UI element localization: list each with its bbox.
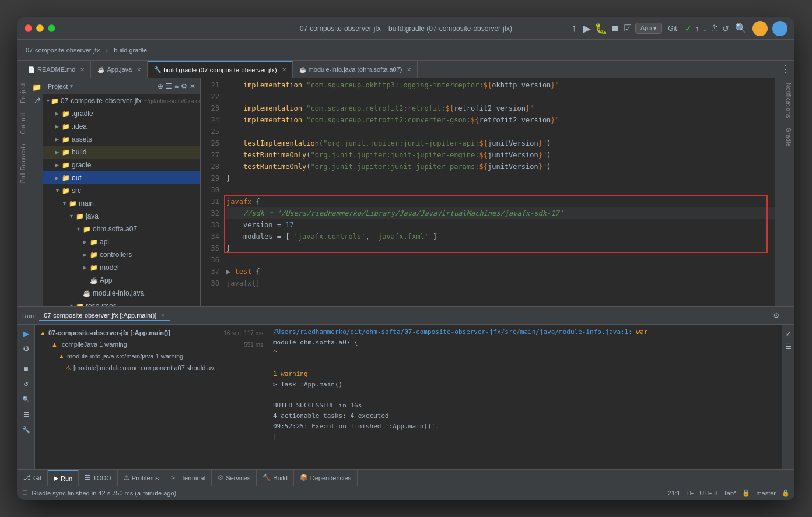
run-scroll-icon[interactable]: 🔍 — [20, 393, 33, 406]
btab-todo[interactable]: ☰ TODO — [79, 470, 118, 486]
git-commit-icon[interactable]: ✓ — [685, 24, 692, 33]
tree-root[interactable]: ▼ 📁 07-composite-observer-jfx ~/git/ohm-… — [43, 94, 200, 107]
run-tab-active[interactable]: 07-composite-observer-jfx [:App.main()] … — [39, 311, 170, 321]
btab-services[interactable]: ⚙ Services — [212, 470, 257, 486]
tree-close-icon[interactable]: ✕ — [190, 82, 195, 90]
tree-action-3[interactable]: ≡ — [174, 82, 178, 90]
tree-idea[interactable]: ▶ 📁 .idea — [43, 120, 200, 133]
tree-controllers-label: controllers — [100, 251, 132, 259]
tree-action-2[interactable]: ☰ — [166, 82, 172, 90]
run-tree-root[interactable]: ▲ 07-composite-observer-jfx [:App.main()… — [35, 327, 268, 339]
tree-resources[interactable]: ▼ 📁 resources — [43, 300, 200, 306]
btab-run[interactable]: ▶ Run — [48, 470, 79, 486]
help-avatar[interactable] — [772, 21, 788, 36]
statusbar-charset[interactable]: UTF-8 — [699, 490, 718, 497]
tree-assets[interactable]: ▶ 📁 assets — [43, 133, 200, 146]
sidebar-pull-requests-label[interactable]: Pull Requests — [18, 139, 30, 188]
tree-api-arrow: ▶ — [83, 239, 90, 245]
run-compile-item[interactable]: ▲ :compileJava 1 warning 551 ms — [35, 339, 268, 350]
stop-icon[interactable]: ⏹ — [611, 23, 620, 34]
appjava-file-icon: ☕ — [97, 66, 104, 73]
run-wrench-icon[interactable]: 🔧 — [20, 423, 33, 436]
tab-moduleinfo[interactable]: ☕ module-info.java (ohm.softa.a07) ✕ — [293, 61, 418, 78]
statusbar-vcs[interactable]: master — [756, 490, 776, 497]
run-warning-item[interactable]: ⚠ [module] module name component a07 sho… — [35, 362, 268, 374]
breadcrumb-project[interactable]: 07-composite-observer-jfx — [22, 45, 103, 55]
git-pull-icon[interactable]: ↓ — [703, 24, 707, 33]
run-moduleinfo-item[interactable]: ▲ module-info.java src/main/java 1 warni… — [35, 350, 268, 362]
tab-appjava[interactable]: ☕ App.java ✕ — [92, 61, 148, 78]
tree-controllers[interactable]: ▶ 📁 controllers — [43, 248, 200, 261]
git-push-icon[interactable]: ↑ — [695, 24, 699, 33]
run-icon[interactable]: ▶ — [583, 22, 591, 35]
tabbar-overflow[interactable]: ⋮ — [780, 61, 794, 78]
statusbar-indent[interactable]: Tab* — [723, 490, 736, 497]
structure-toggle-icon[interactable]: 📁 — [30, 80, 44, 94]
sidebar-project-label[interactable]: Project — [18, 78, 30, 108]
run-settings-icon[interactable]: ⚙ — [773, 311, 780, 320]
avatar[interactable] — [752, 21, 768, 36]
tree-main[interactable]: ▼ 📁 main — [43, 197, 200, 210]
run-tab-close[interactable]: ✕ — [160, 312, 165, 318]
tree-gradledir-label: gradle — [72, 161, 91, 169]
statusbar-lf[interactable]: LF — [686, 490, 694, 497]
run-toolbar-right: ⚙ — — [773, 311, 790, 320]
tree-api[interactable]: ▶ 📁 api — [43, 235, 200, 248]
tab-appjava-close[interactable]: ✕ — [136, 66, 141, 73]
btab-git[interactable]: ⎇ Git — [18, 470, 48, 486]
tree-model[interactable]: ▶ 📁 model — [43, 261, 200, 274]
tab-buildgradle[interactable]: 🔧 build.gradle (07-composite-observer-jf… — [148, 61, 292, 78]
tree-gradle[interactable]: ▶ 📁 .gradle — [43, 107, 200, 120]
git-revert-icon[interactable]: ↺ — [722, 24, 729, 33]
tree-build[interactable]: ▶ 📁 build — [43, 146, 200, 159]
tree-src[interactable]: ▼ 📁 src — [43, 184, 200, 197]
tree-settings-icon[interactable]: ⚙ — [181, 82, 187, 90]
run-stop-icon[interactable]: ⏹ — [20, 363, 33, 375]
vcs-update-icon[interactable]: ↑ — [572, 22, 577, 34]
btab-build[interactable]: 🔨 Build — [257, 470, 293, 486]
git-history-icon[interactable]: ⏱ — [710, 24, 719, 33]
tree-app[interactable]: ☕ App — [43, 274, 200, 287]
code-content[interactable]: implementation "com.squareup.okhttp3:log… — [224, 78, 775, 306]
tree-moduleinfo[interactable]: ☕ module-info.java — [43, 287, 200, 300]
tree-out[interactable]: ▶ 📁 out — [43, 171, 200, 184]
btab-problems[interactable]: ⚠ Problems — [118, 470, 165, 486]
run-right-icon2[interactable]: ☰ — [782, 340, 795, 353]
tab-readme[interactable]: 📄 README.md ✕ — [22, 61, 91, 78]
run-panel-close[interactable]: — — [782, 311, 790, 320]
tab-moduleinfo-close[interactable]: ✕ — [407, 66, 411, 73]
minimize-button[interactable] — [36, 24, 44, 32]
tree-gradledir[interactable]: ▶ 📁 gradle — [43, 159, 200, 171]
close-button[interactable] — [24, 24, 32, 32]
gradle-panel-label[interactable]: Gradle — [783, 123, 794, 152]
tab-buildgradle-close[interactable]: ✕ — [282, 66, 286, 73]
tree-dropdown-icon[interactable]: ▾ — [70, 83, 73, 89]
coverage-icon[interactable]: ☑ — [624, 23, 632, 34]
run-rerun-icon[interactable]: ↺ — [20, 378, 33, 391]
tree-ohmsofta[interactable]: ▼ 📁 ohm.softa.a07 — [43, 223, 200, 235]
traffic-lights[interactable] — [24, 24, 55, 32]
debug-icon[interactable]: 🐛 — [594, 22, 607, 35]
app-dropdown[interactable]: App ▾ — [635, 23, 663, 34]
btab-dependencies[interactable]: 📦 Dependencies — [294, 470, 358, 486]
code-editor[interactable]: 21 22 23 24 25 26 27 28 29 30 31 32 33 3… — [201, 78, 782, 306]
git-icon[interactable]: ⎇ — [30, 94, 43, 107]
breadcrumb-file[interactable]: build.gradle — [110, 45, 150, 55]
run-filter-icon[interactable]: ☰ — [20, 408, 33, 421]
line-numbers: 21 22 23 24 25 26 27 28 29 30 31 32 33 3… — [201, 78, 224, 306]
run-right-icon1[interactable]: ⤢ — [782, 327, 795, 340]
tree-action-1[interactable]: ⊕ — [158, 82, 163, 90]
sidebar-commit-label[interactable]: Commit — [18, 108, 30, 139]
tree-root-label: 07-composite-observer-jfx — [61, 97, 142, 105]
run-settings2-icon[interactable]: ⚙ — [20, 342, 33, 355]
controllers-folder-icon: 📁 — [90, 251, 98, 259]
tree-java[interactable]: ▼ 📁 java — [43, 210, 200, 223]
run-play-icon[interactable]: ▶ — [20, 327, 33, 340]
search-icon[interactable]: 🔍 — [735, 23, 747, 34]
btab-terminal[interactable]: >_ Terminal — [165, 470, 212, 486]
output-link[interactable]: /Users/riedhammerko/git/ohm-softa/07-com… — [273, 328, 632, 336]
maximize-button[interactable] — [48, 24, 55, 32]
tab-readme-close[interactable]: ✕ — [80, 66, 85, 73]
statusbar-position[interactable]: 21:1 — [668, 490, 680, 497]
notifications-panel-label[interactable]: Notifications — [783, 78, 794, 123]
